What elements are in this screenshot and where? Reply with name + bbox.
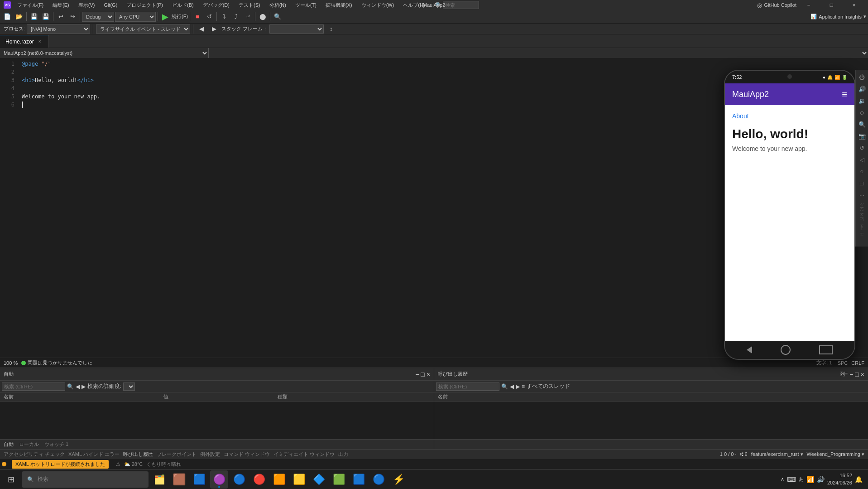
nav-back-icon[interactable]: ◀ [76,383,80,390]
emu-capture-btn[interactable]: 📷 [857,131,868,141]
taskbar-app-10[interactable]: 🟩 [330,470,348,489]
step-over-btn[interactable]: ⤵ [219,11,230,22]
menu-window[interactable]: ウィンドウ(W) [359,0,397,10]
open-btn[interactable]: 📂 [14,11,24,22]
xaml-hotreload-notification[interactable]: XAML ホットリロードが接続されました [12,460,109,469]
close-button[interactable]: × [844,0,864,10]
stop-btn[interactable]: ■ [192,11,203,22]
project-dropdown[interactable]: MauiApp2 (net8.0-maccatalyst) [0,48,208,58]
minimize-button[interactable]: − [798,0,819,10]
wifi-icon[interactable]: 📶 [806,476,814,483]
play-button[interactable]: ▶ [160,11,171,22]
tab-call-stack[interactable]: 呼び出し履歴 [123,451,153,458]
menu-extensions[interactable]: 拡張機能(X) [323,0,355,10]
phone-menu-icon[interactable]: ≡ [842,89,847,100]
search-btn[interactable]: 🔍 [272,11,283,22]
tab-command-window[interactable]: コマンド ウィンドウ [224,451,270,458]
maximize-button[interactable]: □ [821,0,842,10]
start-button[interactable]: ⊞ [2,470,20,489]
step-into-btn[interactable]: ⤴ [230,11,241,22]
menu-test[interactable]: テスト(S) [236,0,263,10]
nav-fwd-icon[interactable]: ▶ [82,383,86,390]
nav-fwd-btn[interactable]: ▶ [209,24,220,34]
menu-git[interactable]: Git(G) [101,0,120,10]
taskbar-app-edge[interactable]: 🔵 [230,470,248,489]
cpu-config-select[interactable]: Any CPU x64 [115,12,156,22]
ime-icon[interactable]: あ [799,476,804,483]
emu-power-btn[interactable]: ⏻ [857,72,868,82]
tab-home-razor[interactable]: Home.razor × [0,35,49,48]
taskbar-app-vscode[interactable]: 🟦 [190,470,208,489]
tab-output[interactable]: 出力 [338,451,348,458]
title-search-input[interactable] [443,1,479,9]
taskbar-app-8[interactable]: 🟨 [290,470,308,489]
lifecycle-select[interactable]: ライフサイクル イベント - スレッド [96,24,190,34]
chevron-up-icon[interactable]: ∧ [781,476,784,482]
panel-auto-float-btn[interactable]: □ [421,371,424,378]
menu-debug[interactable]: デバッグ(D) [200,0,232,10]
step-out-btn[interactable]: ⤶ [242,11,253,22]
menu-build[interactable]: ビルド(B) [169,0,197,10]
tab-local[interactable]: ローカル [19,441,39,448]
detail-select[interactable] [123,382,135,391]
stack-frame-btn[interactable]: ↕ [326,24,336,34]
menu-file[interactable]: ファイル(F) [14,0,46,10]
panel-auto-controls[interactable]: − □ × [415,371,430,378]
emu-vol-up-btn[interactable]: 🔊 [857,83,868,94]
tab-close-btn[interactable]: × [37,39,43,45]
clock-display[interactable]: 16:52 2024/06/26 [827,472,852,486]
phone-home-btn[interactable] [781,345,791,355]
taskbar-app-files[interactable]: 🟧 [270,470,288,489]
file-dropdown[interactable] [209,48,868,58]
undo-btn[interactable]: ↩ [55,11,66,22]
phone-nav-about[interactable]: About [732,112,847,120]
menu-project[interactable]: プロジェクト(P) [124,0,166,10]
tab-auto[interactable]: 自動 [4,441,14,448]
breakpoint-btn[interactable]: ⬤ [257,11,268,22]
tab-breakpoints[interactable]: ブレークポイント [157,451,197,458]
panel-auto-minimize-btn[interactable]: − [415,371,419,378]
call-nav-fwd[interactable]: ▶ [516,383,520,390]
tab-immediate[interactable]: イミディエイト ウィンドウ [273,451,335,458]
nav-back-btn[interactable]: ◀ [196,24,207,34]
menu-edit[interactable]: 編集(E) [50,0,72,10]
emu-vol-down-btn[interactable]: 🔉 [857,95,868,106]
branch-name[interactable]: feature/exercism_rust ▾ [751,451,803,457]
taskbar-app-9[interactable]: 🔷 [310,470,328,489]
emu-home-btn[interactable]: ○ [857,166,868,177]
menu-analyze[interactable]: 分析(N) [267,0,289,10]
save-btn[interactable]: 💾 [29,11,39,22]
app-insights[interactable]: 📊 Application Insights ▾ [810,14,866,19]
tab-xaml-bind[interactable]: XAML バインド エラー [68,451,120,458]
panel-call-search[interactable] [436,382,499,391]
panel-call-float-btn[interactable]: □ [855,371,858,378]
save-all-btn[interactable]: 💾 [40,11,51,22]
emu-recent-btn[interactable]: □ [857,178,868,189]
phone-back-btn[interactable] [747,346,752,353]
menu-view[interactable]: 表示(V) [76,0,98,10]
taskbar-app-13[interactable]: ⚡ [389,470,408,489]
taskbar-app-chrome[interactable]: 🔴 [250,470,268,489]
tab-exceptions[interactable]: 例外設定 [200,451,220,458]
restart-btn[interactable]: ↺ [204,11,215,22]
emu-more-btn[interactable]: ··· [857,189,868,200]
taskbar-app-11[interactable]: 🟦 [350,470,368,489]
panel-auto-search[interactable] [2,382,65,391]
speaker-icon[interactable]: 🔊 [817,476,825,483]
columns-btn[interactable]: 列≡ [840,371,848,378]
taskbar-app-avatar[interactable]: 🟫 [170,470,188,489]
taskbar-search[interactable]: 🔍 検索 [22,471,149,488]
github-copilot[interactable]: ◎ GitHub Copilot [757,2,796,9]
notification-icon[interactable]: 🔔 [855,476,863,483]
call-nav-back[interactable]: ◀ [510,383,514,390]
process-select[interactable]: [N/A] Mono [27,24,90,34]
emu-zoom-btn[interactable]: ◇ [857,107,868,118]
repo-name[interactable]: Weekend_Programming ▾ [807,451,864,457]
menu-tools[interactable]: ツール(T) [293,0,319,10]
panel-call-minimize-btn[interactable]: − [849,371,853,378]
new-file-btn[interactable]: 📄 [2,11,13,22]
keyboard-icon[interactable]: ⌨ [787,476,796,483]
tab-watch1[interactable]: ウォッチ 1 [44,441,68,448]
taskbar-app-12[interactable]: 🔵 [369,470,388,489]
debug-config-select[interactable]: Debug Release [82,12,114,22]
